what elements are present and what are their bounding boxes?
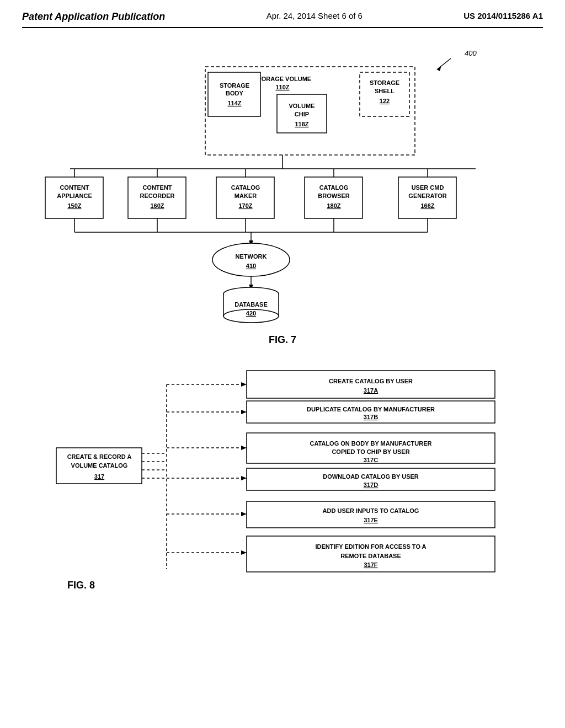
svg-text:BODY: BODY	[226, 90, 243, 97]
svg-text:DATABASE: DATABASE	[234, 301, 267, 308]
svg-text:110Z: 110Z	[275, 84, 289, 90]
svg-text:317F: 317F	[364, 561, 377, 568]
svg-text:APPLIANCE: APPLIANCE	[57, 192, 92, 199]
fig7-section: 400 STORAGE SHELL 122 STORAGE VOLUME 110…	[22, 39, 543, 346]
svg-text:STORAGE VOLUME: STORAGE VOLUME	[254, 76, 311, 82]
svg-marker-2	[437, 66, 441, 71]
svg-text:USER CMD: USER CMD	[412, 184, 444, 191]
svg-text:CATALOG: CATALOG	[319, 184, 349, 191]
svg-text:STORAGE: STORAGE	[220, 82, 249, 89]
sheet-info: Apr. 24, 2014 Sheet 6 of 6	[266, 11, 363, 20]
svg-text:CHIP: CHIP	[295, 111, 309, 117]
svg-text:BROWSER: BROWSER	[318, 192, 350, 199]
fig7-svg: 400 STORAGE SHELL 122 STORAGE VOLUME 110…	[34, 39, 531, 331]
svg-marker-75	[241, 382, 247, 387]
fig8-label-svg: FIG. 8	[67, 580, 95, 591]
svg-text:CREATE & RECORD A: CREATE & RECORD A	[67, 453, 132, 460]
svg-text:CREATE CATALOG BY USER: CREATE CATALOG BY USER	[329, 378, 413, 384]
svg-text:IDENTIFY EDITION FOR ACCESS TO: IDENTIFY EDITION FOR ACCESS TO A	[315, 543, 426, 550]
svg-rect-76	[247, 371, 495, 398]
svg-text:GENERATOR: GENERATOR	[408, 192, 446, 199]
svg-text:317B: 317B	[364, 414, 378, 420]
svg-text:VOLUME: VOLUME	[289, 103, 315, 109]
svg-marker-101	[241, 550, 247, 555]
svg-text:STORAGE: STORAGE	[370, 79, 399, 86]
fig7-label: FIG. 7	[22, 334, 543, 346]
svg-text:166Z: 166Z	[420, 202, 434, 209]
svg-text:114Z: 114Z	[227, 100, 241, 106]
fig8-section: CREATE & RECORD A VOLUME CATALOG 317 CRE…	[22, 357, 543, 594]
svg-text:CONTENT: CONTENT	[142, 184, 172, 191]
svg-text:CONTENT: CONTENT	[60, 184, 89, 191]
svg-text:170Z: 170Z	[238, 202, 252, 209]
svg-text:317A: 317A	[364, 387, 378, 394]
svg-text:420: 420	[246, 310, 256, 317]
svg-text:ADD USER INPUTS TO CATALOG: ADD USER INPUTS TO CATALOG	[323, 507, 419, 514]
svg-text:DUPLICATE CATALOG BY MANUFACTU: DUPLICATE CATALOG BY MANUFACTURER	[307, 406, 435, 413]
svg-text:DOWNLOAD CATALOG BY USER: DOWNLOAD CATALOG BY USER	[323, 473, 419, 480]
svg-text:CATALOG: CATALOG	[231, 184, 260, 191]
svg-text:317E: 317E	[364, 517, 378, 523]
svg-marker-80	[241, 410, 247, 414]
svg-text:SHELL: SHELL	[375, 88, 395, 94]
svg-marker-96	[241, 512, 247, 516]
svg-text:410: 410	[246, 263, 256, 269]
svg-text:160Z: 160Z	[150, 202, 164, 209]
page: Patent Application Publication Apr. 24, …	[0, 0, 565, 728]
publication-label: Patent Application Publication	[22, 11, 165, 23]
svg-text:REMOTE DATABASE: REMOTE DATABASE	[340, 553, 401, 559]
svg-text:317D: 317D	[364, 481, 378, 488]
svg-text:317C: 317C	[364, 457, 378, 463]
svg-text:MAKER: MAKER	[234, 192, 257, 199]
svg-text:180Z: 180Z	[327, 202, 340, 209]
svg-text:NETWORK: NETWORK	[236, 253, 267, 260]
svg-text:317: 317	[94, 473, 104, 480]
svg-rect-97	[247, 501, 495, 528]
svg-text:RECORDER: RECORDER	[140, 192, 175, 199]
svg-text:118Z: 118Z	[295, 121, 308, 127]
patent-number: US 2014/0115286 A1	[463, 11, 543, 20]
svg-text:VOLUME CATALOG: VOLUME CATALOG	[71, 462, 128, 469]
page-header: Patent Application Publication Apr. 24, …	[22, 11, 543, 28]
svg-point-53	[212, 243, 290, 276]
svg-text:COPIED TO CHIP BY USER: COPIED TO CHIP BY USER	[332, 448, 409, 455]
svg-marker-91	[241, 476, 247, 480]
svg-text:400: 400	[465, 49, 477, 57]
svg-marker-85	[241, 446, 247, 450]
svg-text:CATALOG ON BODY BY MANUFACTURE: CATALOG ON BODY BY MANUFACTURER	[310, 440, 431, 447]
svg-text:122: 122	[380, 98, 390, 104]
svg-text:150Z: 150Z	[67, 202, 81, 209]
fig8-svg: CREATE & RECORD A VOLUME CATALOG 317 CRE…	[34, 357, 531, 594]
